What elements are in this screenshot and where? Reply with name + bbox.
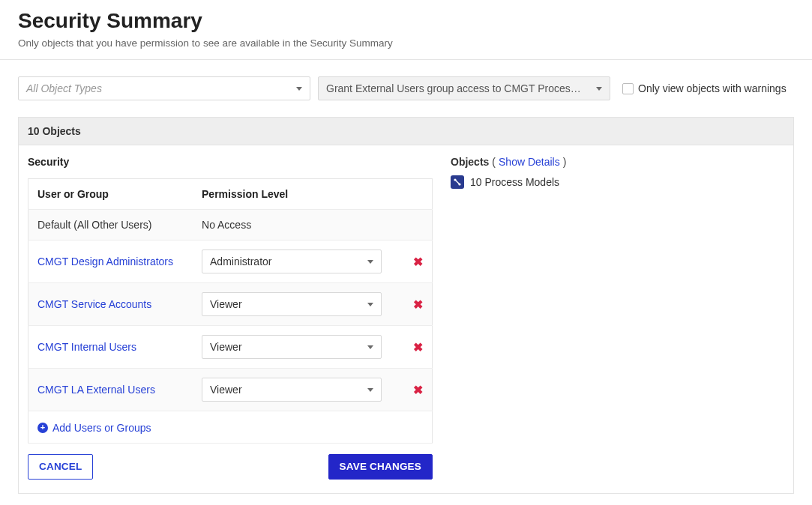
objects-header: Objects (Show Details) [451, 156, 784, 168]
add-users-groups-link[interactable]: + Add Users or Groups [37, 422, 151, 434]
panel-wrap: 10 Objects Security User or Group Permis… [0, 117, 812, 505]
security-panel: 10 Objects Security User or Group Permis… [18, 117, 794, 494]
object-type-row: 10 Process Models [451, 175, 784, 189]
group-link[interactable]: CMGT Internal Users [37, 341, 136, 353]
permission-select[interactable]: Administrator [202, 250, 382, 273]
warnings-only-checkbox[interactable]: Only view objects with warnings [622, 82, 787, 94]
objects-column: Objects (Show Details) 10 Process Models [451, 156, 784, 480]
default-group-label: Default (All Other Users) [37, 219, 151, 231]
table-row: CMGT Design Administrators Administrator… [28, 241, 433, 283]
security-table: User or Group Permission Level Default (… [28, 178, 433, 444]
permission-value: Viewer [210, 341, 242, 353]
add-users-groups-label: Add Users or Groups [52, 422, 151, 434]
close-paren: ) [563, 156, 567, 168]
caret-down-icon [367, 345, 373, 349]
group-link[interactable]: CMGT Service Accounts [37, 298, 151, 310]
group-link[interactable]: CMGT Design Administrators [37, 255, 173, 267]
remove-icon[interactable]: ✖ [413, 341, 423, 354]
col-permission: Permission Level [193, 179, 404, 210]
remove-icon[interactable]: ✖ [413, 298, 423, 311]
caret-down-icon [367, 260, 373, 264]
page-title: Security Summary [18, 9, 794, 33]
table-row: CMGT LA External Users Viewer ✖ [28, 369, 433, 411]
table-row-add: + Add Users or Groups [28, 411, 433, 444]
checkbox-icon [622, 83, 634, 94]
caret-down-icon [367, 388, 373, 392]
object-types-dropdown[interactable]: All Object Types [18, 76, 310, 100]
remove-icon[interactable]: ✖ [413, 384, 423, 396]
security-column: Security User or Group Permission Level … [28, 156, 433, 480]
scope-dropdown[interactable]: Grant External Users group access to CMG… [318, 76, 610, 100]
page-header: Security Summary Only objects that you h… [0, 0, 812, 59]
object-types-placeholder: All Object Types [26, 82, 102, 94]
open-paren: ( [492, 156, 496, 168]
caret-down-icon [296, 87, 302, 91]
table-row: CMGT Internal Users Viewer ✖ [28, 326, 433, 369]
permission-select[interactable]: Viewer [202, 335, 382, 359]
security-section-title: Security [28, 156, 433, 168]
permission-value: Viewer [210, 298, 242, 310]
page-subtitle: Only objects that you have permission to… [18, 37, 794, 49]
show-details-link[interactable]: Show Details [499, 156, 560, 168]
scope-value: Grant External Users group access to CMG… [326, 82, 581, 94]
permission-value: Viewer [210, 384, 242, 396]
group-link[interactable]: CMGT LA External Users [37, 384, 155, 396]
panel-body: Security User or Group Permission Level … [19, 145, 793, 493]
objects-title: Objects [451, 156, 489, 168]
caret-down-icon [367, 303, 373, 306]
warnings-only-label: Only view objects with warnings [638, 82, 787, 94]
permission-select[interactable]: Viewer [202, 292, 382, 316]
remove-icon[interactable]: ✖ [413, 255, 423, 268]
col-actions [404, 179, 433, 210]
table-row: CMGT Service Accounts Viewer ✖ [28, 283, 433, 326]
col-user-group: User or Group [28, 179, 193, 210]
save-changes-button[interactable]: SAVE CHANGES [328, 454, 433, 480]
default-permission-label: No Access [202, 219, 251, 231]
process-model-icon [451, 175, 464, 189]
object-type-label: 10 Process Models [470, 176, 559, 188]
permission-select[interactable]: Viewer [202, 378, 382, 402]
filter-bar: All Object Types Grant External Users gr… [0, 60, 812, 117]
plus-circle-icon: + [37, 423, 48, 433]
table-row-default: Default (All Other Users) No Access [28, 210, 433, 241]
panel-count-header: 10 Objects [19, 118, 793, 145]
permission-value: Administrator [210, 255, 271, 267]
cancel-button[interactable]: CANCEL [28, 454, 93, 480]
caret-down-icon [596, 87, 602, 91]
button-row: CANCEL SAVE CHANGES [28, 454, 433, 480]
